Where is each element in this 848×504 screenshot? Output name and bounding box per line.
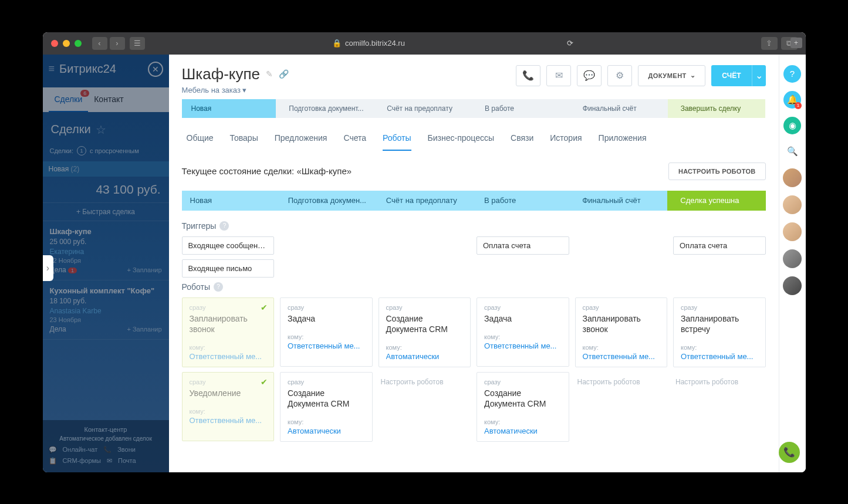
help-button[interactable]: ? [783, 65, 801, 83]
avatar[interactable] [783, 249, 802, 268]
robot-card[interactable]: сразу Создание Документа CRM кому: Автом… [477, 372, 569, 442]
tab-invoices[interactable]: Счета [343, 126, 366, 151]
stage-progress: Новая Подготовка документ... Счёт на пре… [169, 99, 779, 126]
document-button[interactable]: ДОКУМЕНТ ⌄ [638, 65, 705, 86]
invoice-button[interactable]: СЧЁТ ⌄ [711, 65, 765, 86]
robot-card[interactable]: сразу Создание Документа CRM кому: Автом… [379, 297, 471, 367]
tab-apps[interactable]: Приложения [599, 126, 647, 151]
reload-icon[interactable]: ⟳ [567, 39, 573, 48]
openlines-button[interactable]: ◉ [783, 117, 801, 134]
help-icon[interactable]: ? [219, 221, 229, 231]
star-icon[interactable]: ☆ [96, 123, 106, 137]
configure-hint[interactable]: Настроить роботов [379, 372, 471, 392]
configure-hint[interactable]: Настроить роботов [673, 372, 766, 392]
mini-stage[interactable]: Новая [182, 191, 275, 211]
deal-title: Шкаф-купе [182, 65, 261, 83]
chevron-down-icon: ⌄ [690, 72, 696, 79]
mini-stage[interactable]: Финальный счёт [569, 191, 667, 211]
back-button[interactable]: ‹ [92, 37, 107, 50]
tab-bp[interactable]: Бизнес-процессы [428, 126, 494, 151]
tab-deals[interactable]: Сделки 6 [49, 87, 89, 112]
mini-stage[interactable]: Подготовка докумен... [275, 191, 373, 211]
maximize-window-icon[interactable] [75, 40, 82, 47]
quick-deal-button[interactable]: + Быстрая сделка [43, 202, 169, 221]
page-title: Сделки [51, 123, 91, 136]
stage-item[interactable]: Финальный счёт [570, 99, 668, 118]
mini-stage[interactable]: В работе [471, 191, 569, 211]
close-window-icon[interactable] [51, 40, 58, 47]
forward-button[interactable]: › [110, 37, 125, 50]
status-label: Текущее состояние сделки: «Шкаф-купе» [182, 166, 352, 176]
mini-stage[interactable]: Счёт на предоплату [373, 191, 471, 211]
mini-stage[interactable]: Сделка успешна [667, 191, 765, 211]
tab-robots[interactable]: Роботы [383, 126, 411, 151]
search-icon[interactable]: 🔍 [783, 143, 801, 160]
chat-button[interactable]: 💬 [577, 65, 602, 86]
new-tab-button[interactable]: + [790, 38, 802, 48]
deal-card[interactable]: Кухонный комплект "Кофе" 18 100 руб. Ana… [43, 280, 169, 340]
expand-sidebar-button[interactable]: › [43, 255, 53, 281]
tab-general[interactable]: Общие [187, 126, 214, 151]
edit-icon[interactable]: ✎ [266, 69, 273, 79]
minimize-window-icon[interactable] [63, 40, 70, 47]
menu-icon[interactable]: ≡ [49, 63, 55, 75]
trigger-item[interactable]: Оплата счета [477, 236, 569, 255]
tab-relations[interactable]: Связи [511, 126, 533, 151]
close-panel-button[interactable]: ✕ [148, 62, 163, 77]
robot-card[interactable]: сразу Задача кому: Ответственный ме... [280, 297, 373, 367]
link-icon[interactable]: 🔗 [279, 69, 289, 79]
tab-offers[interactable]: Предложения [275, 126, 327, 151]
settings-button[interactable]: ⚙ [607, 65, 632, 86]
bitrix-background: ≡ Битрикс24 ✕ Сделки 6 Контакт Сделки ☆ … [43, 55, 169, 472]
stage-item[interactable]: Завершить сделку [668, 99, 766, 118]
url-text: comilfo.bitrix24.ru [345, 39, 405, 48]
robot-card[interactable]: ✔ сразу Уведомление кому: Ответственный … [182, 372, 275, 441]
email-button[interactable]: ✉ [546, 65, 571, 86]
address-bar[interactable]: 🔒 comilfo.bitrix24.ru ⟳ [150, 39, 756, 48]
avatar[interactable] [783, 195, 802, 214]
robot-card[interactable]: ✔ сразу Запланировать звонок кому: Ответ… [182, 297, 275, 367]
configure-robots-button[interactable]: НАСТРОИТЬ РОБОТОВ [668, 163, 766, 180]
chevron-down-icon: ⌄ [752, 65, 766, 86]
trigger-item[interactable]: Оплата счета [673, 236, 766, 255]
trigger-item[interactable]: Входящее сообщени... [182, 236, 275, 255]
trigger-item[interactable]: Входящее письмо [182, 259, 275, 278]
tab-contacts[interactable]: Контакт [88, 87, 129, 112]
contact-center-widget: Контакт-центр Автоматическое добавлен сд… [43, 420, 169, 472]
avatar[interactable] [783, 276, 802, 295]
stage-item[interactable]: Счёт на предоплату [374, 99, 472, 118]
tab-products[interactable]: Товары [230, 126, 258, 151]
phone-fab[interactable]: 📞 [779, 442, 800, 463]
deal-detail-panel: Шкаф-купе ✎ 🔗 Мебель на заказ ▾ 📞 ✉ 💬 ⚙ … [169, 55, 779, 472]
notifications-button[interactable]: 🔔1 [783, 91, 801, 109]
call-button[interactable]: 📞 [516, 65, 540, 86]
stage-item[interactable]: Новая [182, 99, 276, 118]
kanban-column-header: Новая (2) [43, 161, 169, 177]
stage-item[interactable]: Подготовка документ... [276, 99, 374, 118]
window-controls [51, 40, 82, 47]
robot-card[interactable]: сразу Создание Документа CRM кому: Автом… [280, 372, 373, 442]
share-icon[interactable]: ⇧ [761, 37, 778, 50]
avatar[interactable] [783, 168, 802, 187]
lock-icon: 🔒 [332, 39, 342, 48]
chat-sidebar: ? 🔔1 ◉ 🔍 📞 [779, 55, 806, 472]
robot-card[interactable]: сразу Запланировать звонок кому: Ответст… [575, 297, 668, 367]
stage-sum: 43 100 руб. [43, 177, 169, 202]
robot-stages: Новая Подготовка докумен... Счёт на пред… [182, 191, 766, 211]
robots-heading: Роботы ? [182, 282, 766, 292]
stage-item[interactable]: В работе [472, 99, 570, 118]
help-icon[interactable]: ? [214, 282, 223, 292]
sidebar-toggle-icon[interactable]: ☰ [130, 37, 145, 50]
browser-toolbar: ‹ › ☰ 🔒 comilfo.bitrix24.ru ⟳ ⇧ ⧉ + [43, 32, 806, 55]
avatar[interactable] [783, 222, 802, 241]
triggers-heading: Триггеры ? [182, 221, 766, 231]
bitrix-logo: Битрикс24 [59, 62, 116, 76]
robot-card[interactable]: сразу Запланировать встречу кому: Ответс… [673, 297, 766, 367]
tab-history[interactable]: История [550, 126, 582, 151]
robot-card[interactable]: сразу Задача кому: Ответственный ме... [477, 297, 569, 367]
deal-category[interactable]: Мебель на заказ ▾ [182, 86, 289, 94]
configure-hint[interactable]: Настроить роботов [575, 372, 668, 392]
detail-tabs: Общие Товары Предложения Счета Роботы Би… [169, 126, 779, 151]
deal-card[interactable]: Шкаф-купе 25 000 руб. Екатерина 22 Ноябр… [43, 221, 169, 280]
